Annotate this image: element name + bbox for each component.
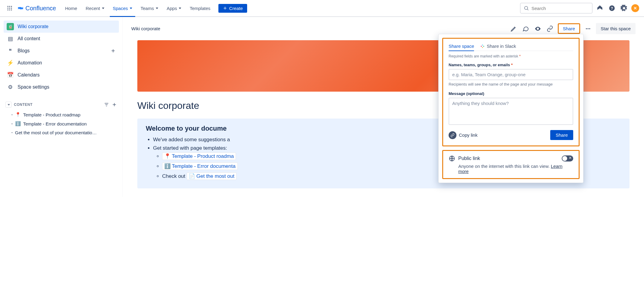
nav-teams[interactable]: Teams [138,4,161,13]
public-link-title: Public link [458,156,480,161]
svg-point-4 [9,8,10,8]
user-avatar[interactable]: ✕ [631,4,639,12]
svg-point-2 [11,6,12,7]
svg-rect-16 [482,44,483,45]
search-input-container[interactable] [520,3,593,14]
chevron-down-icon[interactable] [5,102,11,108]
tree-item[interactable]: •ℹ️Template - Error documentation [4,119,119,128]
copy-link-button[interactable]: Copy link [449,131,478,139]
template-link[interactable]: 📄 Get the most out [187,172,237,180]
edit-icon[interactable] [509,24,518,33]
nav-home[interactable]: Home [62,4,80,13]
share-submit-button[interactable]: Share [550,130,573,140]
sidebar-space-name[interactable]: 🧋 Wiki corporate [4,21,119,33]
sidebar-item-blogs[interactable]: ❝Blogs [4,45,119,57]
tab-share-slack[interactable]: Share in Slack [480,42,516,51]
names-help: Recipients will see the name of the page… [449,82,573,86]
svg-point-12 [586,28,587,29]
plus-icon[interactable] [110,48,116,54]
names-label: Names, teams, groups, or emails * [449,63,573,67]
nav-recent[interactable]: Recent [83,4,107,13]
sidebar-section-content: CONTENT [4,99,119,110]
template-link[interactable]: ℹ️ Template - Error documenta [162,162,238,170]
nav-spaces[interactable]: Spaces [110,4,135,13]
required-note: Required fields are marked with an aster… [449,54,573,58]
names-input[interactable] [449,69,573,80]
plus-icon[interactable] [112,102,117,107]
chevron-down-icon [156,8,158,9]
message-input[interactable] [449,98,573,125]
public-link-toggle[interactable]: ✕ [562,155,573,161]
svg-point-8 [11,9,12,10]
calendar-icon: 📅 [7,71,14,79]
svg-rect-17 [483,46,484,47]
link-icon [449,131,456,139]
svg-text:?: ? [611,6,613,11]
svg-rect-15 [481,46,482,47]
plus-icon [223,6,227,11]
app-switcher-icon[interactable] [5,3,15,13]
message-label: Message (optional) [449,91,573,96]
svg-point-14 [589,28,590,29]
product-name: Confluence [25,5,56,12]
template-link[interactable]: 📍 Template - Product roadma [162,152,236,160]
tab-share-space[interactable]: Share space [449,42,474,51]
top-navigation: Confluence Home Recent Spaces Teams Apps… [0,0,644,17]
gear-icon: ⚙ [7,83,14,91]
search-input[interactable] [531,6,589,11]
confluence-logo[interactable]: Confluence [17,5,56,12]
chevron-down-icon [102,8,104,9]
svg-point-0 [8,6,8,7]
svg-point-7 [9,9,10,10]
bolt-icon: ⚡ [7,59,14,67]
svg-point-6 [8,9,8,10]
sidebar: 🧋 Wiki corporate ▤All content ❝Blogs ⚡Au… [0,17,123,197]
comment-icon[interactable] [521,24,530,33]
sidebar-item-space-settings[interactable]: ⚙Space settings [4,81,119,93]
svg-point-1 [9,6,10,7]
notifications-icon[interactable] [595,3,605,13]
globe-icon [449,155,455,162]
create-button[interactable]: Create [218,4,247,13]
slack-icon [480,44,485,49]
svg-point-9 [525,6,528,10]
space-avatar-icon: 🧋 [7,23,14,30]
page-content: Wiki corporate Share Star this space Wik… [123,17,644,197]
star-space-button[interactable]: Star this space [596,23,636,34]
tree-item[interactable]: •📍Template - Product roadmap [4,110,119,119]
sidebar-item-all-content[interactable]: ▤All content [4,33,119,45]
quote-icon: ❝ [7,47,14,54]
share-button[interactable]: Share [558,23,580,34]
tree-item[interactable]: •Get the most out of your documentatio… [4,128,119,137]
search-icon [524,5,529,11]
svg-point-3 [8,8,8,8]
grid-icon: ▤ [7,35,14,42]
settings-icon[interactable] [619,3,629,13]
share-form-highlight: Share space Share in Slack Required fiel… [442,38,580,146]
nav-templates[interactable]: Templates [187,4,213,13]
chevron-down-icon [179,8,181,9]
nav-apps[interactable]: Apps [164,4,184,13]
sidebar-item-calendars[interactable]: 📅Calendars [4,69,119,81]
svg-point-13 [587,28,589,29]
filter-icon[interactable] [104,102,109,107]
watch-icon[interactable] [534,24,542,33]
share-popover: Share space Share in Slack Required fiel… [438,34,584,183]
svg-rect-18 [482,47,483,48]
help-icon[interactable]: ? [607,3,617,13]
sidebar-item-automation[interactable]: ⚡Automation [4,57,119,69]
chevron-down-icon [130,8,132,9]
more-actions-icon[interactable] [584,24,592,33]
public-link-desc: Anyone on the internet with this link ca… [458,164,573,174]
link-icon[interactable] [546,24,554,33]
svg-point-5 [11,8,12,8]
breadcrumb: Wiki corporate [131,26,160,31]
public-link-highlight: Public link ✕ Anyone on the internet wit… [442,150,580,179]
